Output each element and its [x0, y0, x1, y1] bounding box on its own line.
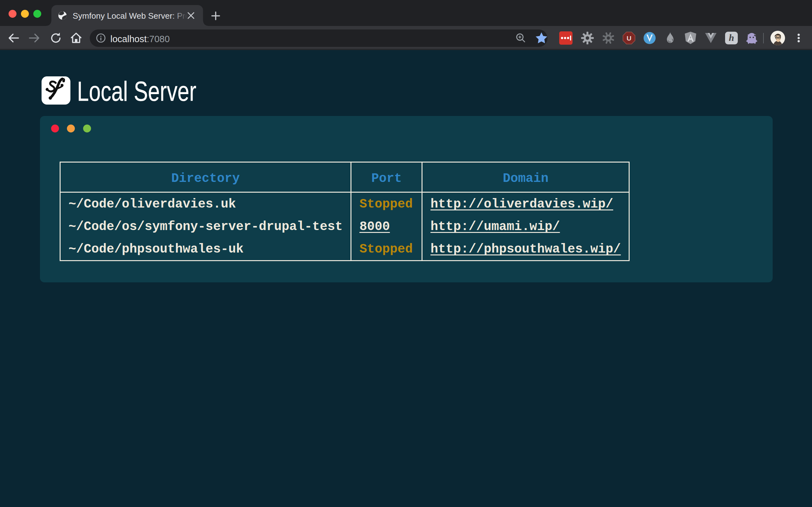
svg-text:h: h: [729, 32, 734, 43]
svg-text:U: U: [626, 35, 631, 42]
